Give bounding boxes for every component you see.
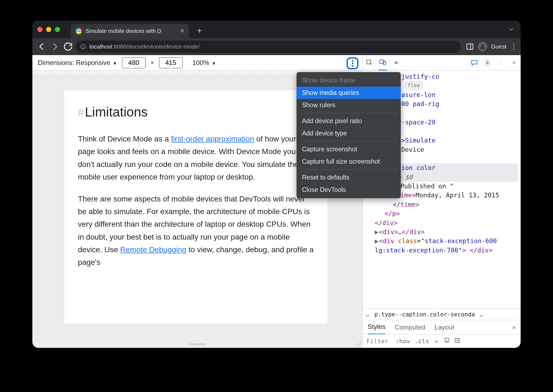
forward-button[interactable] — [49, 41, 60, 52]
browser-tab[interactable]: Simulate mobile devices with D ✕ — [71, 24, 189, 38]
devtools-tabstrip: ⋮ ✕ — [363, 55, 521, 70]
chrome-favicon-icon — [75, 28, 82, 34]
address-bar[interactable]: localhost:8080/docs/devtools/device-mode… — [76, 41, 461, 53]
side-panel-icon[interactable] — [466, 42, 474, 51]
svg-point-9 — [487, 62, 489, 64]
dom-line[interactable]: lg:stack-exception-700"> </div> — [365, 246, 518, 255]
toolbar-right: Guest ⋮ — [466, 42, 517, 51]
device-toolbar: Dimensions: Responsive ▼ × 100% ▼ — [32, 55, 362, 70]
more-vertical-icon — [352, 60, 353, 67]
device-toolbar-more-button[interactable] — [346, 57, 359, 69]
dom-line[interactable]: ▶<div>…</div> — [365, 228, 518, 237]
window-controls — [37, 27, 60, 32]
cls-toggle[interactable]: .cls — [414, 338, 429, 345]
browser-window: Simulate mobile devices with D ✕ ＋ local… — [32, 21, 521, 348]
back-button[interactable] — [36, 41, 47, 52]
breadcrumb-overflow-left[interactable]: … — [366, 311, 369, 318]
menu-item[interactable]: Capture screenshot — [297, 143, 401, 155]
page-heading: #Limitations — [78, 101, 314, 123]
hov-toggle[interactable]: :hov — [396, 338, 410, 345]
dom-line[interactable]: </time> — [365, 200, 518, 209]
tab-close-icon[interactable]: ✕ — [180, 27, 185, 35]
tab-layout[interactable]: Layout — [435, 323, 454, 331]
svg-rect-10 — [445, 338, 449, 341]
svg-rect-3 — [467, 44, 473, 49]
new-style-rule-icon[interactable]: ＋ — [433, 337, 439, 345]
resize-grip-icon[interactable] — [356, 341, 361, 347]
new-tab-button[interactable]: ＋ — [196, 25, 203, 36]
profile-label[interactable]: Guest — [491, 43, 506, 50]
titlebar: Simulate mobile devices with D ✕ ＋ — [32, 21, 521, 38]
site-info-icon[interactable] — [80, 44, 86, 50]
drag-handle-icon[interactable] — [189, 343, 206, 345]
menu-item[interactable]: Add device pixel ratio — [297, 115, 401, 127]
reload-button[interactable] — [63, 41, 74, 52]
url-host: localhost:8080/docs/devtools/device-mode… — [89, 43, 200, 50]
tab-title: Simulate mobile devices with D — [85, 28, 176, 34]
content-area: Dimensions: Responsive ▼ × 100% ▼ #Limit… — [32, 55, 521, 348]
styles-more-tabs-icon[interactable]: » — [512, 323, 516, 331]
window-zoom-button[interactable] — [55, 27, 60, 32]
dom-line[interactable]: ▶<div class="stack-exception-600 — [365, 237, 518, 246]
feedback-icon[interactable] — [470, 59, 478, 67]
page-content: #Limitations Think of Device Mode as a f… — [64, 90, 328, 324]
styles-toolbar: :hov .cls ＋ — [363, 334, 521, 348]
window-close-button[interactable] — [37, 27, 43, 32]
zoom-dropdown[interactable]: 100% ▼ — [193, 59, 216, 67]
devtools-close-icon[interactable]: ✕ — [510, 59, 518, 67]
menu-item[interactable]: Reset to defaults — [297, 171, 401, 184]
menu-item: Show device frame — [297, 74, 401, 87]
chrome-menu-icon[interactable]: ⋮ — [510, 42, 517, 51]
styles-tabstrip: Styles Computed Layout » — [363, 320, 521, 334]
anchor-hash-icon[interactable]: # — [78, 107, 84, 118]
dom-breadcrumbs[interactable]: … p.type--caption.color-seconda … — [363, 308, 521, 320]
toolbar: localhost:8080/docs/devtools/device-mode… — [32, 38, 521, 55]
svg-point-5 — [481, 45, 483, 47]
device-toolbar-context-menu: Show device frameShow media queriesShow … — [297, 72, 401, 198]
remote-debugging-link[interactable]: Remote Debugging — [120, 245, 186, 254]
dimension-separator: × — [151, 59, 154, 66]
menu-item[interactable]: Add device type — [297, 127, 401, 140]
inspect-element-icon[interactable] — [365, 59, 374, 67]
menu-item[interactable]: Capture full size screenshot — [297, 155, 401, 168]
profile-avatar-icon[interactable] — [478, 42, 487, 51]
first-order-link[interactable]: first-order approximation — [171, 135, 254, 143]
height-input[interactable] — [159, 57, 183, 68]
width-input[interactable] — [122, 57, 146, 68]
more-tabs-icon[interactable] — [392, 59, 400, 67]
tab-styles[interactable]: Styles — [368, 320, 385, 334]
dom-line[interactable]: </p> — [365, 209, 518, 218]
breadcrumb-current[interactable]: p.type--caption.color-seconda — [374, 311, 475, 318]
menu-item[interactable]: Show rulers — [297, 99, 401, 111]
device-preview-icon[interactable] — [444, 337, 450, 345]
tab-computed[interactable]: Computed — [395, 323, 425, 331]
paragraph: There are some aspects of mobile devices… — [78, 193, 314, 269]
breadcrumb-overflow-right[interactable]: … — [480, 311, 483, 318]
dimensions-dropdown[interactable]: Dimensions: Responsive ▼ — [38, 59, 117, 67]
toggle-device-toolbar-icon[interactable] — [379, 55, 387, 70]
device-mode-pane: Dimensions: Responsive ▼ × 100% ▼ #Limit… — [32, 55, 363, 348]
menu-item[interactable]: Show media queries — [297, 87, 401, 99]
paragraph: Think of Device Mode as a first-order ap… — [78, 133, 314, 183]
devtools-menu-icon[interactable]: ⋮ — [496, 59, 505, 67]
devtools-settings-icon[interactable] — [483, 59, 492, 67]
tab-search-chevron-icon[interactable] — [507, 26, 515, 33]
dom-line[interactable]: </div> — [365, 218, 518, 228]
toggle-sidebar-icon[interactable] — [454, 337, 460, 345]
styles-filter-input[interactable] — [366, 338, 391, 345]
menu-item[interactable]: Close DevTools — [297, 184, 401, 196]
window-minimize-button[interactable] — [46, 27, 51, 32]
